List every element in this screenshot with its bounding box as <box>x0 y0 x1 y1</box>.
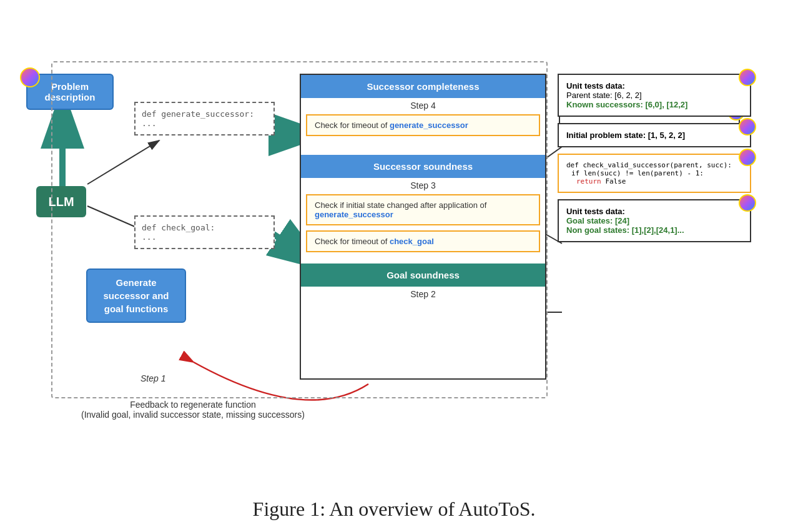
right-panel: Unit tests data: Parent state: [6, 2, 2]… <box>558 74 751 242</box>
figure-caption: Figure 1: An overview of AutoToS. <box>0 498 788 521</box>
unit2-initial: Initial problem state: [1, 5, 2, 2] <box>566 131 742 140</box>
check-initial-state-box: Check if initial state changed after app… <box>306 194 540 225</box>
unit-box-2: Initial problem state: [1, 5, 2, 2] <box>558 123 751 147</box>
center-column: Successor completeness Step 4 Check for … <box>300 74 546 380</box>
check-initial-state-text: Check if initial state changed after app… <box>315 200 486 210</box>
check-timeout-goal-link: check_goal <box>390 237 434 246</box>
unit3-goal: Goal states: [24] <box>566 216 742 225</box>
step4-label: Step 4 <box>301 98 545 114</box>
check-initial-state-link: generate_successor <box>315 210 393 219</box>
goal-soundness-header: Goal soundness <box>301 264 545 287</box>
check-timeout-gen-text: Check for timeout of <box>315 121 387 130</box>
unit-box-3: Unit tests data: Goal states: [24] Non g… <box>558 199 751 242</box>
step1-label: Step 1 <box>140 373 165 383</box>
feedback-line1: Feedback to regenerate function <box>81 400 305 410</box>
check-timeout-gen-box: Check for timeout of generate_successor <box>306 114 540 136</box>
unit1-known: Known successors: [6,0], [12,2] <box>566 100 742 109</box>
code-snippet-badge <box>739 149 756 166</box>
unit3-title: Unit tests data: <box>566 207 742 216</box>
unit3-badge <box>739 194 756 212</box>
snippet-line2: if len(succ) != len(parent) - 1: <box>566 169 742 177</box>
unit2-badge <box>739 118 756 135</box>
check-timeout-goal-text: Check for timeout of <box>315 237 387 246</box>
successor-completeness-header: Successor completeness <box>301 75 545 98</box>
unit1-badge <box>739 69 756 86</box>
step2-label: Step 2 <box>301 287 545 303</box>
snippet-line1: def check_valid_successor(parent, succ): <box>566 161 742 169</box>
feedback-text: Feedback to regenerate function (Invalid… <box>81 400 305 420</box>
snippet-line3: return False <box>566 177 742 185</box>
successor-soundness-header: Successor soundness <box>301 155 545 178</box>
check-timeout-gen-link: generate_successor <box>390 121 468 130</box>
unit-box-1: Unit tests data: Parent state: [6, 2, 2]… <box>558 74 751 117</box>
check-timeout-goal-box: Check for timeout of check_goal <box>306 230 540 252</box>
unit3-non-goal: Non goal states: [1],[2],[24,1]... <box>566 225 742 235</box>
feedback-line2: (Invalid goal, invalid successor state, … <box>81 410 305 420</box>
unit1-title: Unit tests data: <box>566 81 742 91</box>
code-snippet-box: def check_valid_successor(parent, succ):… <box>558 154 751 193</box>
unit1-parent: Parent state: [6, 2, 2] <box>566 91 742 100</box>
step3-label: Step 3 <box>301 178 545 194</box>
problem-badge <box>20 67 40 87</box>
